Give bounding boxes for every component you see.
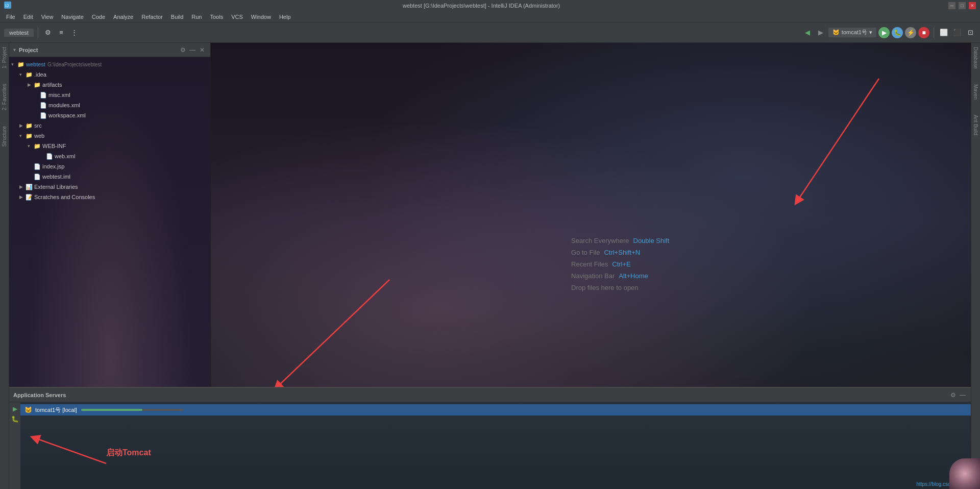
folder-icon: 📁 xyxy=(34,143,41,150)
restore-button[interactable]: □ xyxy=(959,2,966,9)
tree-item-scratches[interactable]: ▶ 📝 Scratches and Consoles xyxy=(9,192,210,202)
run-button[interactable]: ▶ xyxy=(878,27,890,38)
panel-header-buttons: ⚙ — ✕ xyxy=(179,46,206,54)
avatar-area xyxy=(949,458,980,489)
right-tab-database[interactable]: Database xyxy=(972,45,979,71)
menu-refactor[interactable]: Refactor xyxy=(137,13,167,21)
run-config-dropdown: ▾ xyxy=(869,29,872,36)
menu-file[interactable]: File xyxy=(2,13,19,21)
annotation-arrow-3 xyxy=(24,428,116,469)
close-button[interactable]: ✕ xyxy=(969,2,976,9)
tree-item-workspace-xml[interactable]: 📄 workspace.xml xyxy=(9,110,210,120)
panel-dropdown-icon: ▾ xyxy=(13,47,16,53)
menu-run[interactable]: Run xyxy=(187,13,206,21)
tree-item-webinf[interactable]: ▾ 📁 WEB-INF xyxy=(9,141,210,151)
menu-vcs[interactable]: VCS xyxy=(227,13,247,21)
run-config-selector[interactable]: 🐱 tomcat1号 ▾ xyxy=(828,28,876,37)
menu-view[interactable]: View xyxy=(37,13,58,21)
svg-text:IJ: IJ xyxy=(5,3,9,8)
stop-button[interactable]: ■ xyxy=(918,27,929,38)
left-tab-project[interactable]: 1: Project xyxy=(1,45,8,70)
menu-build[interactable]: Build xyxy=(167,13,187,21)
tree-label-src: src xyxy=(34,123,42,129)
bottom-minimize-btn[interactable]: — xyxy=(959,391,967,399)
layout-btn2[interactable]: ⬛ xyxy=(951,27,963,38)
xml-icon: 📄 xyxy=(40,92,47,99)
panel-close-btn[interactable]: ✕ xyxy=(198,46,206,54)
tree-item-web-xml[interactable]: 📄 web.xml xyxy=(9,151,210,161)
panel-collapse-btn[interactable]: — xyxy=(188,46,197,54)
left-sidebar-tabs: 1: Project 2: Favorites Structure xyxy=(0,43,9,489)
arrow-icon: ▶ xyxy=(28,82,34,87)
debug-button[interactable]: 🐛 xyxy=(892,27,903,38)
panel-settings-btn[interactable]: ⚙ xyxy=(179,46,187,54)
toolbar-right: ◀ ▶ 🐱 tomcat1号 ▾ ▶ 🐛 ⚡ ■ ⬜ ⬛ ⊡ xyxy=(802,27,976,38)
hint-goto-shortcut: Ctrl+Shift+N xyxy=(604,249,640,256)
tree-label-idea: .idea xyxy=(34,71,46,78)
server-item-tomcat[interactable]: 🐱 tomcat1号 [local] xyxy=(20,404,971,415)
folder-icon: 📁 xyxy=(17,61,24,68)
menu-tools[interactable]: Tools xyxy=(206,13,227,21)
right-tab-maven[interactable]: Maven xyxy=(972,82,979,102)
menu-help[interactable]: Help xyxy=(275,13,295,21)
title-text: webtest [G:\IdeaProjects\webtest] - Inte… xyxy=(403,3,560,9)
iml-icon: 📄 xyxy=(34,174,41,180)
forward-btn[interactable]: ▶ xyxy=(815,27,826,38)
back-btn[interactable]: ◀ xyxy=(802,27,813,38)
lib-icon: 📊 xyxy=(26,184,33,190)
tree-label-webtest: webtest xyxy=(26,61,45,67)
hint-drop: Drop files here to open xyxy=(571,284,669,291)
tree-item-artifacts[interactable]: ▶ 📁 artifacts xyxy=(9,80,210,90)
hint-recent-shortcut: Ctrl+E xyxy=(612,260,630,268)
tree-item-src[interactable]: ▶ 📁 src xyxy=(9,120,210,131)
bottom-settings-btn[interactable]: ⚙ xyxy=(949,391,957,399)
welcome-hints: Search Everywhere Double Shift Go to Fil… xyxy=(571,237,669,296)
menu-bar: File Edit View Navigate Code Analyze Ref… xyxy=(0,11,980,22)
debug-server-btn[interactable]: 🐛 xyxy=(10,414,19,424)
right-tab-antbuild[interactable]: Ant Build xyxy=(972,113,979,137)
tree-path-webtest: G:\IdeaProjects\webtest xyxy=(47,62,102,67)
project-tab[interactable]: webtest xyxy=(4,29,34,37)
tree-label-index-jsp: index.jsp xyxy=(42,163,64,169)
left-tab-structure[interactable]: Structure xyxy=(1,124,8,149)
arrow-icon: ▾ xyxy=(28,143,34,149)
menu-navigate[interactable]: Navigate xyxy=(57,13,87,21)
layout-btn1[interactable]: ⬜ xyxy=(938,27,949,38)
tree-label-artifacts: artifacts xyxy=(42,82,62,88)
tree-item-misc-xml[interactable]: 📄 misc.xml xyxy=(9,90,210,100)
structure-btn[interactable]: ≡ xyxy=(56,27,67,38)
hint-navbar-shortcut: Alt+Home xyxy=(619,272,648,280)
run-config-icon: 🐱 xyxy=(832,29,840,36)
tree-item-index-jsp[interactable]: 📄 index.jsp xyxy=(9,161,210,172)
project-panel-header: ▾ Project ⚙ — ✕ xyxy=(9,43,210,57)
left-tab-favorites[interactable]: 2: Favorites xyxy=(1,82,8,112)
menu-analyze[interactable]: Analyze xyxy=(109,13,137,21)
tree-item-modules-xml[interactable]: 📄 modules.xml xyxy=(9,100,210,110)
run-config-name: tomcat1号 xyxy=(842,29,867,36)
hint-recent: Recent Files Ctrl+E xyxy=(571,260,669,268)
tree-item-web[interactable]: ▾ 📁 web xyxy=(9,131,210,141)
arrow-icon: ▾ xyxy=(11,62,17,67)
svg-line-7 xyxy=(35,438,106,463)
menu-code[interactable]: Code xyxy=(88,13,109,21)
tree-label-workspace: workspace.xml xyxy=(48,112,86,118)
settings-btn[interactable]: ⚙ xyxy=(42,27,54,38)
folder-icon: 📁 xyxy=(26,123,33,129)
toolbar-separator xyxy=(38,28,38,38)
window-controls: ─ □ ✕ xyxy=(948,2,976,9)
tree-item-idea[interactable]: ▾ 📁 .idea xyxy=(9,69,210,80)
minimize-button[interactable]: ─ xyxy=(948,2,955,9)
layout-btn3[interactable]: ⊡ xyxy=(965,27,976,38)
tree-item-ext-libs[interactable]: ▶ 📊 External Libraries xyxy=(9,182,210,192)
arrow-icon: ▾ xyxy=(19,133,26,138)
folder-icon: 📁 xyxy=(26,133,33,139)
menu-edit[interactable]: Edit xyxy=(19,13,37,21)
tree-label-modules: modules.xml xyxy=(48,102,80,108)
start-server-btn[interactable]: ▶ xyxy=(10,404,19,413)
menu-window[interactable]: Window xyxy=(247,13,275,21)
coverage-button[interactable]: ⚡ xyxy=(905,27,916,38)
more-btn[interactable]: ⋮ xyxy=(69,27,80,38)
tree-label-web-xml: web.xml xyxy=(55,153,75,159)
tree-item-webtest[interactable]: ▾ 📁 webtest G:\IdeaProjects\webtest xyxy=(9,59,210,69)
tree-item-webtest-iml[interactable]: 📄 webtest.iml xyxy=(9,172,210,182)
